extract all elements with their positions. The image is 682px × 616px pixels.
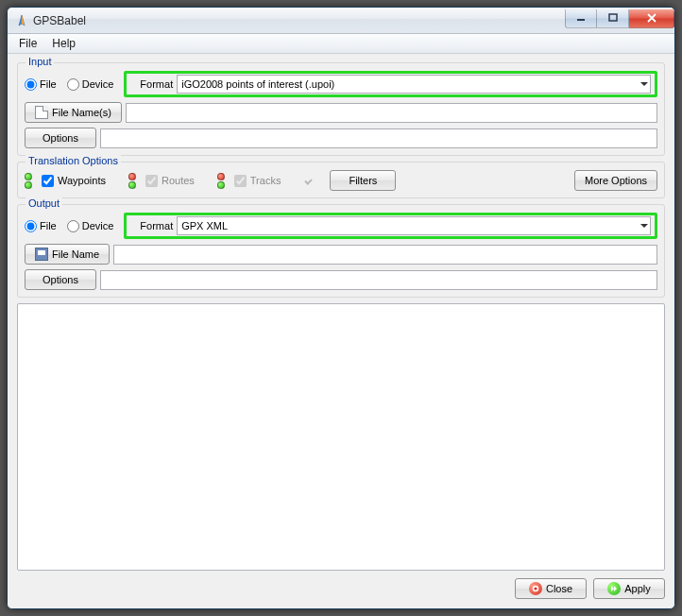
output-format-label: Format (140, 220, 173, 231)
menu-help[interactable]: Help (44, 35, 83, 52)
content-area: Input File Device Format iGO2008 points … (8, 54, 674, 608)
more-options-button[interactable]: More Options (574, 170, 657, 191)
output-options-field[interactable] (100, 270, 657, 290)
input-device-radio[interactable]: Device (67, 78, 114, 91)
output-format-combo[interactable]: GPX XML (177, 216, 651, 235)
output-filename-button[interactable]: File Name (25, 244, 110, 265)
routes-lights-icon (128, 173, 136, 189)
output-options-label: Options (43, 274, 78, 285)
translation-group: Translation Options Waypoints Routes (17, 162, 665, 198)
checkmark-icon (303, 173, 318, 188)
input-format-label: Format (140, 78, 173, 90)
stop-icon (529, 582, 542, 595)
menu-file[interactable]: File (11, 35, 44, 52)
output-group: Output File Device Format GPX XML (17, 204, 665, 298)
waypoints-checkbox-input[interactable] (42, 175, 54, 187)
output-device-radio-input[interactable] (67, 220, 79, 232)
output-filename-label: File Name (52, 248, 99, 260)
output-filename-field[interactable] (113, 245, 657, 265)
window-controls (565, 13, 674, 28)
svg-rect-1 (609, 14, 617, 21)
more-options-label: More Options (585, 175, 647, 186)
footer: Close Apply (17, 576, 665, 599)
filters-label: Filters (349, 175, 377, 186)
close-action-label: Close (546, 583, 572, 594)
chevron-down-icon (640, 82, 648, 86)
tracks-label: Tracks (250, 175, 281, 186)
input-filenames-field[interactable] (126, 103, 657, 123)
input-format-highlight: Format iGO2008 points of interest (.upoi… (124, 71, 657, 97)
save-icon (35, 248, 48, 261)
input-filenames-button[interactable]: File Name(s) (25, 102, 122, 123)
input-format-combo[interactable]: iGO2008 points of interest (.upoi) (177, 75, 651, 94)
input-device-radio-label: Device (82, 78, 114, 90)
svg-point-3 (534, 587, 537, 590)
apply-icon (607, 582, 621, 595)
output-format-value: GPX XML (181, 220, 228, 231)
input-format-value: iGO2008 points of interest (.upoi) (181, 78, 334, 90)
waypoints-checkbox[interactable]: Waypoints (42, 175, 106, 187)
apply-label: Apply (624, 583, 651, 594)
output-legend: Output (26, 197, 62, 209)
output-options-button[interactable]: Options (25, 269, 96, 290)
titlebar[interactable]: GPSBabel (8, 8, 674, 34)
chevron-down-icon (640, 224, 648, 228)
input-legend: Input (26, 56, 54, 67)
input-group: Input File Device Format iGO2008 points … (17, 62, 665, 156)
output-file-radio[interactable]: File (25, 220, 57, 232)
waypoints-label: Waypoints (58, 175, 106, 186)
menubar: File Help (8, 34, 674, 54)
output-file-radio-label: File (40, 220, 57, 231)
app-icon (14, 13, 29, 28)
tracks-checkbox: Tracks (234, 175, 281, 187)
app-window: GPSBabel File Help Input File (7, 7, 675, 609)
translation-legend: Translation Options (26, 155, 121, 166)
close-button[interactable] (629, 9, 674, 28)
waypoints-lights-icon (25, 173, 32, 189)
input-file-radio-label: File (40, 78, 57, 90)
routes-label: Routes (162, 175, 195, 186)
input-file-radio-input[interactable] (25, 78, 37, 91)
apply-button[interactable]: Apply (593, 578, 665, 599)
output-format-highlight: Format GPX XML (124, 213, 657, 239)
output-device-radio[interactable]: Device (67, 220, 114, 232)
input-filenames-label: File Name(s) (52, 107, 111, 118)
tracks-checkbox-input (234, 175, 247, 187)
minimize-button[interactable] (565, 9, 597, 28)
routes-checkbox-input (145, 175, 158, 187)
window-title: GPSBabel (33, 14, 86, 27)
tracks-lights-icon (217, 173, 225, 189)
output-file-radio-input[interactable] (25, 220, 37, 232)
routes-checkbox: Routes (145, 175, 195, 187)
input-device-radio-input[interactable] (67, 78, 79, 91)
svg-rect-0 (577, 19, 585, 21)
input-options-field[interactable] (100, 128, 657, 148)
log-output[interactable] (17, 303, 665, 571)
input-file-radio[interactable]: File (25, 78, 57, 91)
input-options-label: Options (43, 132, 78, 144)
filters-button[interactable]: Filters (330, 170, 396, 191)
file-icon (35, 106, 48, 119)
close-action-button[interactable]: Close (515, 578, 587, 599)
maximize-button[interactable] (597, 9, 629, 28)
input-options-button[interactable]: Options (25, 128, 96, 148)
output-device-radio-label: Device (82, 220, 114, 231)
